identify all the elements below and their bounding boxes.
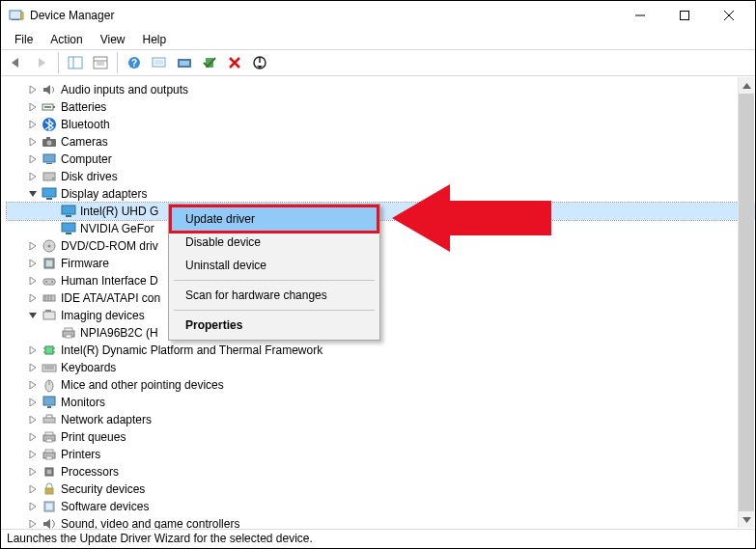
context-menu-item[interactable]: Properties [172,314,377,337]
chevron-right-icon[interactable] [26,135,40,149]
tree-node[interactable]: Network adapters [7,411,755,428]
show-hide-tree-button[interactable] [64,51,87,74]
tree-node[interactable]: Monitors [7,394,755,411]
tree-node[interactable]: Intel(R) Dynamic Platform and Thermal Fr… [7,342,755,359]
properties-button[interactable] [89,51,112,74]
svg-rect-2 [21,13,23,19]
back-button[interactable] [5,51,28,74]
chevron-right-icon[interactable] [26,100,40,114]
scroll-thumb[interactable] [739,94,754,518]
minimize-button[interactable] [618,1,662,30]
battery-icon [42,99,57,115]
tree-node[interactable]: IDE ATA/ATAPI con [7,289,755,307]
chevron-right-icon[interactable] [26,517,40,529]
tree-node[interactable]: Printers [7,446,755,463]
tree-node-label: Keyboards [61,359,116,376]
chevron-right-icon[interactable] [26,239,40,253]
tree-node[interactable]: Bluetooth [7,116,755,133]
uninstall-device-button[interactable] [223,51,246,74]
chevron-right-icon[interactable] [26,118,40,131]
device-tree[interactable]: Audio inputs and outputsBatteriesBluetoo… [7,81,755,529]
disable-device-button[interactable] [248,51,271,74]
tree-node[interactable]: Mice and other pointing devices [7,376,755,394]
scroll-up-button[interactable] [739,77,754,94]
tree-node[interactable]: Keyboards [7,359,755,376]
tree-node[interactable]: Display adapters [7,185,755,203]
tree-node[interactable]: Security devices [7,480,755,498]
chevron-down-icon[interactable] [26,187,40,201]
menu-file[interactable]: File [7,31,41,48]
title-bar: Device Manager [1,1,755,30]
tree-node[interactable]: Software devices [7,498,755,515]
tree-node-label: Intel(R) Dynamic Platform and Thermal Fr… [61,342,322,359]
forward-button[interactable] [30,51,53,74]
chevron-right-icon[interactable] [26,396,40,409]
tree-node[interactable]: Firmware [7,255,755,272]
chevron-right-icon[interactable] [26,170,40,183]
tree-node-label: Sound, video and game controllers [61,515,239,529]
menu-bar: File Action View Help [1,30,755,49]
svg-point-29 [47,141,52,146]
menu-help[interactable]: Help [135,31,175,48]
hid-icon [42,273,57,288]
update-driver-button[interactable] [173,51,196,74]
chevron-right-icon[interactable] [26,257,40,270]
chevron-right-icon[interactable] [26,430,40,444]
scroll-down-button[interactable] [739,511,754,528]
menu-view[interactable]: View [93,31,133,48]
help-button[interactable]: ? [123,51,146,74]
context-menu[interactable]: Update driverDisable deviceUninstall dev… [168,204,380,341]
chevron-down-icon[interactable] [26,309,40,322]
tree-node[interactable]: Audio inputs and outputs [7,81,755,98]
tree-node-label: Firmware [61,255,109,272]
tree-node[interactable]: NPIA96B2C (H [7,324,755,342]
vertical-scrollbar[interactable] [738,77,754,528]
chevron-right-icon[interactable] [26,291,40,305]
tree-node[interactable]: Disk drives [7,168,755,185]
svg-rect-32 [46,163,52,164]
tree-node[interactable]: Processors [7,463,755,480]
context-menu-item[interactable]: Update driver [172,207,377,231]
tree-node[interactable]: Computer [7,151,755,168]
chevron-right-icon[interactable] [26,500,40,513]
tree-node[interactable]: Intel(R) UHD G [7,203,755,220]
close-button[interactable] [707,1,751,30]
maximize-button[interactable] [662,1,707,30]
tree-node[interactable]: DVD/CD-ROM driv [7,237,755,255]
svg-rect-37 [62,206,75,214]
chevron-right-icon[interactable] [26,482,40,496]
svg-rect-68 [47,406,51,408]
tree-node[interactable]: Imaging devices [7,307,755,324]
chevron-right-icon[interactable] [26,413,40,426]
speaker-icon [42,82,57,97]
chevron-right-icon[interactable] [26,343,40,357]
context-menu-item[interactable]: Uninstall device [172,254,377,277]
enable-device-button[interactable] [198,51,221,74]
tree-node-label: Printers [61,446,100,463]
chevron-right-icon[interactable] [26,465,40,479]
svg-rect-77 [47,470,51,474]
tree-node[interactable]: NVIDIA GeFor [7,220,755,237]
imaging-icon [42,308,57,323]
svg-marker-81 [742,83,751,89]
context-menu-item[interactable]: Disable device [172,231,377,254]
svg-point-46 [45,281,47,283]
tree-node[interactable]: Sound, video and game controllers [7,515,755,529]
tree-node[interactable]: Cameras [7,133,755,151]
chevron-right-icon[interactable] [26,361,40,374]
menu-action[interactable]: Action [42,31,90,48]
chevron-right-icon[interactable] [26,274,40,288]
chevron-right-icon[interactable] [26,378,40,392]
svg-rect-30 [46,137,50,139]
display-icon [42,186,57,202]
svg-marker-82 [742,517,751,523]
chevron-right-icon[interactable] [26,152,40,166]
tree-node[interactable]: Print queues [7,428,755,446]
chevron-right-icon[interactable] [26,83,40,96]
context-menu-item[interactable]: Scan for hardware changes [172,284,377,307]
svg-rect-0 [10,11,21,19]
tree-node[interactable]: Batteries [7,98,755,116]
tree-node[interactable]: Human Interface D [7,272,755,289]
scan-hardware-button[interactable] [148,51,171,74]
chevron-right-icon[interactable] [26,448,40,461]
